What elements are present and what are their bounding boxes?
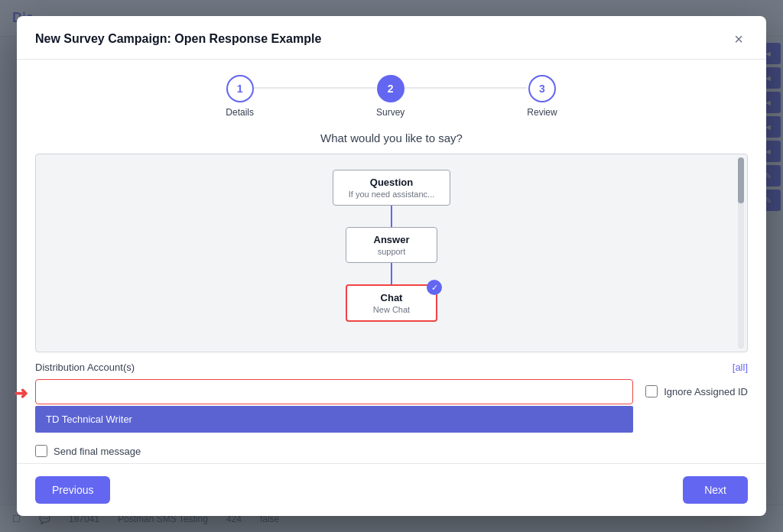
send-final-area: Send final message (17, 439, 766, 457)
close-button[interactable]: × (729, 30, 748, 48)
flow-node-question-sub: If you need assistanc... (349, 190, 435, 199)
flow-check-icon: ✓ (427, 280, 442, 295)
flow-node-answer-sub: support (362, 247, 421, 256)
step-3-label: Review (527, 107, 557, 118)
flow-node-question-title: Question (349, 177, 435, 188)
step-2-label: Survey (376, 107, 404, 118)
modal-overlay: New Survey Campaign: Open Response Examp… (0, 0, 783, 532)
step-2-circle: 2 (377, 75, 404, 102)
ignore-assigned-id-label: Ignore Assigned ID (664, 386, 748, 397)
flow-node-question[interactable]: Question If you need assistanc... (333, 170, 451, 206)
scrollbar-track[interactable] (738, 157, 744, 349)
step-1-label: Details (226, 107, 254, 118)
distribution-label: Distribution Account(s) (35, 362, 135, 373)
flow-connector-1 (391, 206, 392, 227)
red-arrow-indicator: ➜ (14, 384, 28, 404)
step-3: 3 Review (527, 75, 557, 118)
send-final-checkbox[interactable] (35, 445, 47, 457)
step-1: 1 Details (226, 75, 254, 118)
modal: New Survey Campaign: Open Response Examp… (17, 16, 766, 516)
flow-node-answer[interactable]: Answer support (346, 227, 437, 263)
step-1-circle: 1 (226, 75, 254, 102)
step-line-2 (404, 87, 527, 89)
ignore-assigned-id-checkbox[interactable] (645, 385, 658, 397)
next-button[interactable]: Next (683, 476, 748, 504)
red-arrow-icon: ➜ (14, 384, 28, 404)
send-final-label: Send final message (54, 446, 141, 457)
distribution-all-link[interactable]: [all] (733, 362, 748, 373)
flow-canvas: Question If you need assistanc... Answer… (35, 154, 748, 352)
distribution-section: Distribution Account(s) [all] ➜ TD Techn… (17, 352, 766, 439)
modal-title: New Survey Campaign: Open Response Examp… (35, 32, 321, 46)
flow-node-chat-title: Chat (362, 292, 421, 303)
flow-node-chat-sub: New Chat (362, 305, 421, 314)
dropdown-item-td-writer[interactable]: TD Technical Writer (35, 406, 633, 433)
distribution-header: Distribution Account(s) [all] (35, 362, 748, 373)
scrollbar-thumb[interactable] (738, 157, 744, 203)
distribution-input[interactable] (35, 379, 633, 404)
section-question: What would you like to say? (17, 125, 766, 154)
flow-node-chat[interactable]: ✓ Chat New Chat (346, 284, 437, 322)
flow-node-answer-title: Answer (362, 234, 421, 245)
modal-header: New Survey Campaign: Open Response Examp… (17, 16, 766, 60)
previous-button[interactable]: Previous (35, 476, 110, 504)
step-3-circle: 3 (528, 75, 556, 102)
distribution-row: ➜ TD Technical Writer Ignore Assigned ID (35, 379, 748, 433)
step-line-1 (254, 87, 376, 89)
flow-connector-2 (391, 263, 392, 284)
distribution-input-area: ➜ TD Technical Writer (35, 379, 633, 433)
step-2: 2 Survey (376, 75, 404, 118)
flow-canvas-inner: Question If you need assistanc... Answer… (36, 154, 747, 352)
modal-footer: Previous Next (17, 463, 766, 516)
stepper: 1 Details 2 Survey 3 Review (17, 60, 766, 125)
ignore-checkbox-area: Ignore Assigned ID (645, 379, 748, 397)
